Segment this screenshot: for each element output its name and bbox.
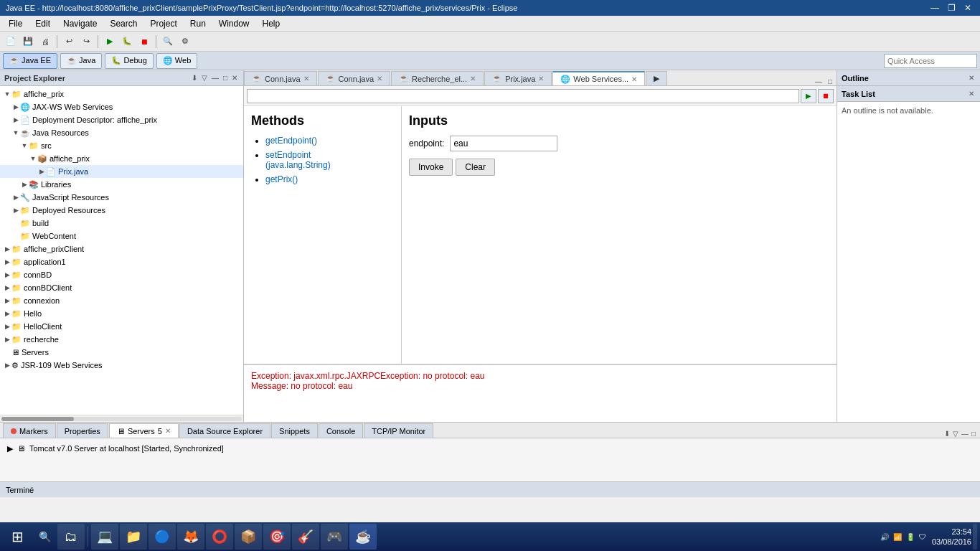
- tree-item-connbd[interactable]: ▶ 📁 connBD: [0, 268, 243, 281]
- taskbar-winamp-icon[interactable]: 📦: [235, 524, 262, 550]
- tab-properties[interactable]: Properties: [57, 423, 108, 438]
- menu-navigate[interactable]: Navigate: [57, 17, 103, 30]
- bottom-toolbar-btn1[interactable]: ⬇: [943, 430, 951, 438]
- method-link-getendpoint[interactable]: getEndpoint(): [265, 136, 317, 146]
- tree-item-deployment[interactable]: ▶ 📄 Deployment Descriptor: affiche_prix: [0, 113, 243, 126]
- tab-close-icon[interactable]: ✕: [303, 75, 309, 83]
- tab-servers[interactable]: 🖥 Servers 5 ✕: [109, 423, 179, 438]
- tab-conn1[interactable]: ☕ Conn.java ✕: [244, 71, 317, 85]
- taskbar-clock[interactable]: 23:54 03/08/2016: [932, 527, 971, 547]
- start-button[interactable]: ⊞: [3, 524, 32, 550]
- task-list-close[interactable]: ✕: [967, 90, 976, 98]
- stop-button[interactable]: ⏹: [818, 89, 834, 103]
- tree-item-prix-java[interactable]: ▶ 📄 Prix.java: [0, 165, 243, 178]
- taskbar-opera-icon[interactable]: ⭕: [206, 524, 233, 550]
- panel-max-btn[interactable]: □: [222, 74, 229, 82]
- perspective-java[interactable]: ☕ Java: [60, 53, 102, 69]
- tab-close-icon[interactable]: ✕: [377, 75, 382, 83]
- tree-item-connbdclient[interactable]: ▶ 📁 connBDClient: [0, 281, 243, 294]
- tree-item-servers[interactable]: 🖥 Servers: [0, 346, 243, 359]
- tree-item-deployed[interactable]: ▶ 📁 Deployed Resources: [0, 204, 243, 217]
- outline-close-icon[interactable]: ✕: [967, 74, 976, 82]
- menu-run[interactable]: Run: [184, 17, 212, 30]
- toolbar-debug[interactable]: 🐛: [119, 34, 135, 50]
- menu-edit[interactable]: Edit: [29, 17, 56, 30]
- toolbar-redo[interactable]: ↪: [78, 34, 94, 50]
- tab-close-icon[interactable]: ✕: [631, 75, 637, 83]
- bottom-max-btn[interactable]: □: [970, 430, 977, 438]
- search-button[interactable]: 🔍: [33, 525, 56, 548]
- tree-item-affiche-prix[interactable]: ▼ 📁 affiche_prix: [0, 88, 243, 100]
- taskbar-firefox-icon[interactable]: 🦊: [177, 524, 204, 550]
- tab-recherche[interactable]: ☕ Recherche_el... ✕: [391, 71, 484, 85]
- toolbar-stop[interactable]: ⏹: [136, 34, 152, 50]
- taskbar-explorer-icon[interactable]: 📁: [120, 524, 147, 550]
- tab-console[interactable]: Console: [319, 423, 363, 438]
- tab-datasource[interactable]: Data Source Explorer: [179, 423, 270, 438]
- bottom-toolbar-btn2[interactable]: ▽: [951, 430, 960, 438]
- close-button[interactable]: ✕: [961, 3, 974, 13]
- method-link-setendpoint[interactable]: setEndpoint(java.lang.String): [265, 150, 331, 170]
- perspective-web[interactable]: 🌐 Web: [156, 53, 197, 69]
- menu-search[interactable]: Search: [104, 17, 143, 30]
- tab-prix[interactable]: ☕ Prix.java ✕: [484, 71, 552, 85]
- tree-item-webcontent[interactable]: 📁 WebContent: [0, 230, 243, 242]
- perspective-debug[interactable]: 🐛 Debug: [105, 53, 153, 69]
- editor-max-btn[interactable]: □: [826, 77, 834, 85]
- clear-button[interactable]: Clear: [456, 159, 495, 176]
- menu-window[interactable]: Window: [213, 17, 255, 30]
- taskbar-ie-icon[interactable]: 💻: [91, 524, 118, 550]
- invoke-button[interactable]: Invoke: [409, 159, 453, 176]
- menu-file[interactable]: File: [3, 17, 28, 30]
- maximize-button[interactable]: ❐: [945, 3, 958, 13]
- taskbar-eclipse-icon[interactable]: ☕: [349, 524, 377, 550]
- tab-close-icon[interactable]: ✕: [470, 75, 476, 83]
- tab-conn2[interactable]: ☕ Conn.java ✕: [318, 71, 391, 85]
- toolbar-search[interactable]: 🔍: [160, 34, 176, 50]
- toolbar-undo[interactable]: ↩: [61, 34, 77, 50]
- toolbar-settings[interactable]: ⚙: [177, 34, 193, 50]
- tree-item-src[interactable]: ▼ 📁 src: [0, 139, 243, 152]
- tree-item-build[interactable]: 📁 build: [0, 217, 243, 230]
- taskbar-dart-icon[interactable]: 🎯: [263, 524, 291, 550]
- taskbar-edge-icon[interactable]: 🔵: [149, 524, 176, 550]
- bottom-min-btn[interactable]: —: [960, 430, 970, 438]
- tree-item-application1[interactable]: ▶ 📁 application1: [0, 255, 243, 268]
- endpoint-input[interactable]: [450, 136, 557, 151]
- horizontal-scrollbar[interactable]: [0, 415, 243, 422]
- quick-access-input[interactable]: [884, 54, 977, 68]
- panel-min-btn[interactable]: —: [210, 74, 220, 82]
- tree-item-java-resources[interactable]: ▼ ☕ Java Resources: [0, 126, 243, 139]
- taskbar-music-icon[interactable]: 🎸: [292, 524, 319, 550]
- tab-overflow[interactable]: ▶: [646, 71, 667, 85]
- perspective-javaee[interactable]: ☕ Java EE: [3, 53, 57, 69]
- panel-menu-btn[interactable]: ▽: [200, 74, 209, 82]
- tab-close-x[interactable]: ✕: [165, 427, 171, 435]
- tab-tcpip[interactable]: TCP/IP Monitor: [364, 423, 433, 438]
- url-input[interactable]: http://localhost:8080/affiche_prixClient…: [247, 89, 799, 103]
- menu-help[interactable]: Help: [257, 17, 286, 30]
- editor-min-btn[interactable]: —: [814, 77, 824, 85]
- tab-close-icon[interactable]: ✕: [538, 75, 544, 83]
- tree-item-js-resources[interactable]: ▶ 🔧 JavaScript Resources: [0, 191, 243, 204]
- taskbar-game-icon[interactable]: 🎮: [321, 524, 348, 550]
- toolbar-run[interactable]: ▶: [102, 34, 118, 50]
- toolbar-save[interactable]: 💾: [20, 34, 36, 50]
- tree-item-jsr109[interactable]: ▶ ⚙ JSR-109 Web Services: [0, 359, 243, 372]
- menu-project[interactable]: Project: [144, 17, 182, 30]
- toolbar-new[interactable]: 📄: [3, 34, 19, 50]
- method-link-getprix[interactable]: getPrix(): [265, 174, 298, 184]
- tab-webservices[interactable]: 🌐 Web Services... ✕: [552, 71, 645, 85]
- tree-item-hello[interactable]: ▶ 📁 Hello: [0, 307, 243, 320]
- toolbar-print[interactable]: 🖨: [37, 34, 53, 50]
- tab-snippets[interactable]: Snippets: [271, 423, 318, 438]
- tree-item-libraries[interactable]: ▶ 📚 Libraries: [0, 178, 243, 191]
- tree-item-affiche-prixclient[interactable]: ▶ 📁 affiche_prixClient: [0, 242, 243, 255]
- panel-collapse-btn[interactable]: ⬇: [190, 74, 199, 82]
- tree-item-affiche-prix-pkg[interactable]: ▼ 📦 affiche_prix: [0, 152, 243, 165]
- tab-markers[interactable]: Markers: [3, 423, 56, 438]
- tree-item-connexion[interactable]: ▶ 📁 connexion: [0, 294, 243, 307]
- panel-close-btn[interactable]: ✕: [230, 74, 239, 82]
- go-button[interactable]: ▶: [801, 89, 816, 103]
- tree-item-recherche[interactable]: ▶ 📁 recherche: [0, 333, 243, 346]
